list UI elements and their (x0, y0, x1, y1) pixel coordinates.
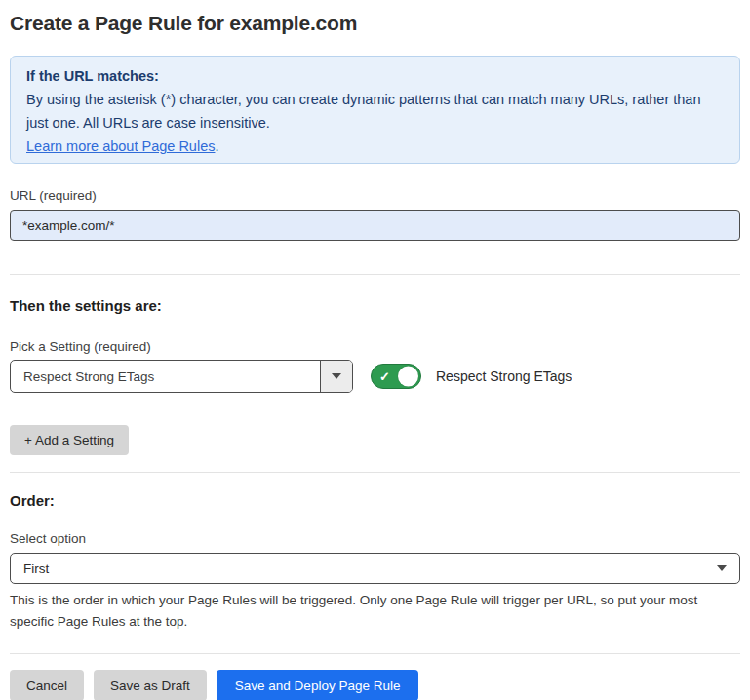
setting-select[interactable]: Respect Strong ETags (10, 360, 353, 393)
cancel-button[interactable]: Cancel (10, 670, 84, 700)
divider (10, 653, 740, 654)
learn-more-link[interactable]: Learn more about Page Rules (26, 138, 215, 154)
etags-toggle[interactable]: ✓ (371, 364, 421, 389)
url-field-label: URL (required) (10, 188, 740, 203)
chevron-down-icon (332, 373, 341, 379)
divider (10, 472, 740, 473)
link-period: . (215, 138, 218, 154)
info-box-body: By using the asterisk (*) character, you… (26, 88, 724, 135)
url-input[interactable] (10, 210, 740, 241)
page-rule-form: Create a Page Rule for example.com If th… (0, 0, 750, 700)
url-match-info-box: If the URL matches: By using the asteris… (10, 56, 740, 164)
chevron-down-icon (717, 565, 727, 571)
divider (10, 274, 740, 275)
info-link-line: Learn more about Page Rules. (26, 135, 724, 158)
setting-row: Respect Strong ETags ✓ Respect Strong ET… (10, 360, 740, 393)
page-title: Create a Page Rule for example.com (10, 12, 740, 35)
setting-select-value: Respect Strong ETags (11, 361, 320, 392)
settings-section-heading: Then the settings are: (10, 297, 740, 314)
footer-actions: Cancel Save as Draft Save and Deploy Pag… (10, 670, 740, 700)
setting-select-arrow-button[interactable] (320, 361, 352, 392)
order-section-heading: Order: (10, 492, 740, 509)
check-icon: ✓ (379, 370, 390, 383)
pick-setting-label: Pick a Setting (required) (10, 339, 740, 354)
order-select-label: Select option (10, 531, 740, 546)
save-draft-button[interactable]: Save as Draft (94, 670, 207, 700)
etags-toggle-label: Respect Strong ETags (436, 369, 572, 384)
order-select[interactable]: First (10, 553, 740, 584)
order-select-value: First (23, 562, 717, 576)
toggle-knob (398, 367, 418, 387)
info-box-heading: If the URL matches: (26, 64, 724, 88)
save-deploy-button[interactable]: Save and Deploy Page Rule (217, 670, 419, 700)
add-setting-button[interactable]: + Add a Setting (10, 425, 129, 455)
order-help-text: This is the order in which your Page Rul… (10, 590, 740, 633)
